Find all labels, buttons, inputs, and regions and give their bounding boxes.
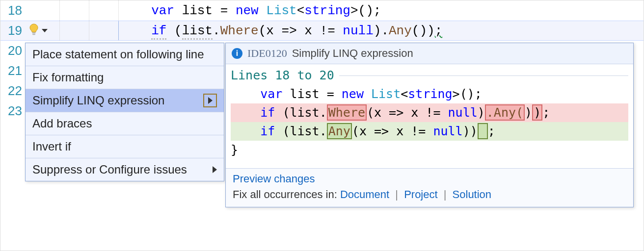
- line-number: 19: [0, 23, 25, 38]
- separator: |: [444, 188, 447, 201]
- diff-rule: [339, 75, 628, 76]
- lightbulb-icon: [28, 24, 40, 38]
- fix-preview-panel: i IDE0120 Simplify LINQ expression Lines…: [225, 43, 634, 207]
- qa-item-add-braces[interactable]: Add braces: [26, 112, 224, 135]
- line-number: 20: [0, 43, 25, 58]
- qa-item-label: Simplify LINQ expression: [32, 94, 164, 107]
- svg-rect-0: [32, 32, 36, 33]
- qa-item-place-statement[interactable]: Place statement on following line: [26, 43, 224, 66]
- qa-item-simplify-linq[interactable]: Simplify LINQ expression: [26, 89, 224, 112]
- qa-item-fix-formatting[interactable]: Fix formatting: [26, 66, 224, 89]
- quick-actions-lightbulb[interactable]: [28, 24, 48, 38]
- line-number: 22: [0, 83, 25, 99]
- qa-item-label: Invert if: [32, 140, 71, 153]
- qa-item-label: Fix formatting: [32, 71, 104, 84]
- quick-actions-menu: Place statement on following line Fix fo…: [25, 43, 224, 181]
- qa-item-label: Add braces: [32, 117, 92, 130]
- diff-removed-line: if (list.Where(x => x != null).Any());: [231, 103, 628, 122]
- chevron-right-icon: [208, 97, 213, 104]
- diff-context-line: var list = new List<string>();: [231, 85, 482, 103]
- line-number: 23: [0, 103, 25, 119]
- code-line-current[interactable]: 19 if (list.Where(x => x != null).Any())…: [0, 21, 644, 41]
- qa-item-suppress-configure[interactable]: Suppress or Configure issues: [26, 158, 224, 181]
- indent-guides: [59, 21, 148, 40]
- svg-rect-1: [32, 34, 35, 35]
- diff-added-line: if (list.Any(x => x != null)) ;: [231, 122, 628, 141]
- chevron-right-icon: [213, 166, 217, 173]
- separator: |: [395, 188, 398, 201]
- qa-item-label: Place statement on following line: [32, 48, 204, 61]
- gutter: [25, 0, 59, 21]
- fix-all-project-link[interactable]: Project: [404, 188, 437, 201]
- diff-context-header: Lines 18 to 20: [231, 66, 334, 85]
- qa-item-invert-if[interactable]: Invert if: [26, 135, 224, 158]
- diagnostic-title: Simplify LINQ expression: [292, 47, 413, 60]
- gutter[interactable]: [25, 21, 59, 40]
- preview-footer: Preview changes Fix all occurrences in: …: [226, 168, 633, 207]
- fix-all-document-link[interactable]: Document: [340, 188, 389, 201]
- submenu-indicator: [203, 94, 217, 107]
- preview-changes-link[interactable]: Preview changes: [233, 173, 315, 185]
- line-number: 21: [0, 63, 25, 78]
- diff-view: Lines 18 to 20 var list = new List<strin…: [226, 64, 633, 168]
- line-number: 18: [0, 3, 25, 18]
- info-icon: i: [232, 48, 242, 59]
- qa-item-label: Suppress or Configure issues: [32, 163, 187, 176]
- diagnostic-code: IDE0120: [247, 47, 287, 60]
- diff-context-line: }: [231, 141, 238, 159]
- fix-all-solution-link[interactable]: Solution: [453, 188, 492, 201]
- chevron-down-icon: [42, 29, 48, 32]
- indent-guides: [59, 0, 148, 21]
- fix-all-label: Fix all occurrences in:: [233, 188, 337, 201]
- code-line[interactable]: 18 var list = new List<string>();: [0, 0, 644, 21]
- preview-header: i IDE0120 Simplify LINQ expression: [226, 43, 633, 64]
